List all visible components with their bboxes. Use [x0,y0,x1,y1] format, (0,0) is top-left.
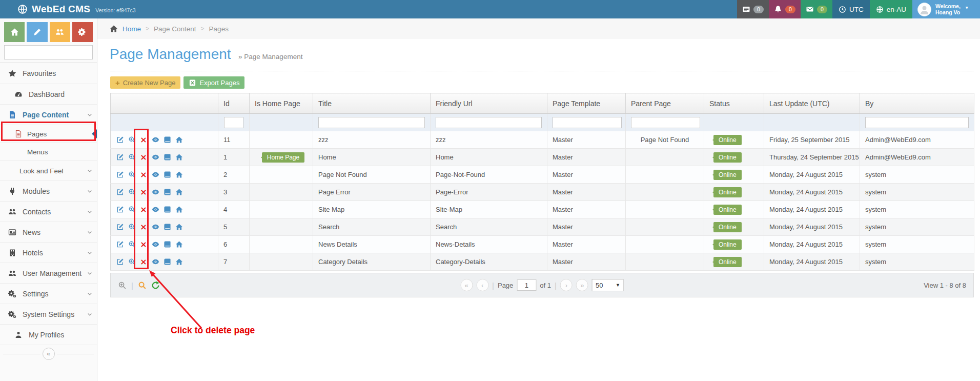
next-page-button[interactable]: › [560,279,573,291]
sidebar-item-page-content[interactable]: Page Content [0,105,97,125]
page-number-input[interactable] [517,279,536,291]
sidebar-collapse-button[interactable]: « [43,348,55,360]
quick-home-button[interactable] [4,22,25,42]
cell-parent-page[interactable] [626,236,704,253]
sidebar-item-contacts[interactable]: Contacts [0,202,97,222]
locale-button[interactable]: en-AU [870,0,912,18]
col-friendly-url[interactable]: Friendly Url [431,93,547,114]
filter-parent-page-input[interactable] [631,117,700,128]
sidebar-search-input[interactable] [5,46,101,59]
delete-icon[interactable]: × [139,136,148,144]
cell-parent-page[interactable] [626,149,704,166]
prev-page-button[interactable]: ‹ [476,279,488,291]
table-row[interactable]: × 6 News Details News-Details Master Onl… [111,236,974,253]
cell-page-template[interactable]: Master [547,131,626,149]
table-row[interactable]: × 3 Page Error Page-Error Master Online … [111,184,974,201]
create-new-page-button[interactable]: + Create New Page [110,76,180,89]
table-row[interactable]: × 1 Home Page Home Home Master Online Th… [111,149,974,166]
preview-eye-icon[interactable] [151,171,159,179]
table-row[interactable]: × 5 Search Search Master Online Monday, … [111,218,974,236]
quick-users-button[interactable] [50,22,70,42]
cell-parent-page[interactable]: Page Not Found [626,131,704,149]
filter-id-input[interactable] [224,117,243,128]
sidebar-item-my-profiles[interactable]: My Profiles [0,325,97,345]
cell-page-template[interactable]: Master [547,149,626,166]
filter-by-input[interactable] [865,117,969,128]
edit-icon[interactable] [116,153,124,162]
sidebar-item-news[interactable]: News [0,222,97,243]
book-icon[interactable] [163,188,171,196]
cell-page-template[interactable]: Master [547,236,626,253]
home-icon[interactable] [175,171,183,179]
col-title[interactable]: Title [313,93,431,114]
col-by[interactable]: By [860,93,974,114]
user-menu[interactable]: Welcome,Hoang Vo ▾ [912,0,980,18]
quick-edit-button[interactable] [27,22,47,42]
cell-parent-page[interactable] [626,184,704,201]
book-icon[interactable] [163,153,171,162]
zoom-in-icon[interactable] [128,223,136,231]
table-row[interactable]: × 2 Page Not Found Page-Not-Found Master… [111,166,974,184]
preview-eye-icon[interactable] [151,223,159,231]
delete-icon[interactable]: × [139,188,148,196]
col-last-update[interactable]: Last Update (UTC) [764,93,860,114]
breadcrumb-pages[interactable]: Pages [209,25,229,33]
preview-eye-icon[interactable] [151,136,159,144]
book-icon[interactable] [163,171,171,179]
home-icon[interactable] [175,206,183,214]
cell-parent-page[interactable] [626,253,704,271]
book-icon[interactable] [163,240,171,249]
first-page-button[interactable]: « [460,279,473,291]
book-icon[interactable] [163,136,171,144]
home-icon[interactable] [175,188,183,196]
edit-icon[interactable] [116,240,124,249]
sidebar-item-dashboard[interactable]: DashBoard [0,84,97,105]
table-row[interactable]: × 11 zzz zzz Master Page Not Found Onlin… [111,131,974,149]
book-icon[interactable] [163,223,171,231]
col-status[interactable]: Status [704,93,764,114]
home-icon[interactable] [175,136,183,144]
delete-icon[interactable]: × [139,240,148,249]
home-icon[interactable] [175,240,183,249]
cell-page-template[interactable]: Master [547,201,626,218]
edit-icon[interactable] [116,171,124,179]
col-page-template[interactable]: Page Template [547,93,626,114]
quick-settings-button[interactable] [72,22,93,42]
filter-page-template-input[interactable] [553,117,622,128]
cell-page-template[interactable]: Master [547,253,626,271]
cell-parent-page[interactable] [626,166,704,184]
edit-icon[interactable] [116,188,124,196]
search-grid-icon[interactable] [138,281,147,290]
sidebar-item-user-management[interactable]: User Management [0,263,97,284]
preview-eye-icon[interactable] [151,258,159,266]
preview-eye-icon[interactable] [151,153,159,162]
sidebar-item-look-and-feel[interactable]: Look and Feel [0,161,97,181]
refresh-icon[interactable] [151,281,160,290]
col-is-home-page[interactable]: Is Home Page [250,93,313,114]
edit-icon[interactable] [116,258,124,266]
delete-icon[interactable]: × [139,153,148,162]
filter-friendly-url-input[interactable] [436,117,542,128]
zoom-in-icon[interactable] [118,281,127,290]
breadcrumb-home[interactable]: Home [122,25,141,33]
preview-eye-icon[interactable] [151,206,159,214]
edit-icon[interactable] [116,223,124,231]
notifications-stat-button[interactable]: 0 [769,0,801,18]
edit-icon[interactable] [116,136,124,144]
inbox-stat-button[interactable]: 0 [737,0,769,18]
zoom-in-icon[interactable] [128,240,136,249]
edit-icon[interactable] [116,206,124,214]
home-icon[interactable] [175,153,183,162]
home-icon[interactable] [175,223,183,231]
cell-parent-page[interactable] [626,218,704,236]
sidebar-item-system-settings[interactable]: System Settings [0,304,97,325]
zoom-in-icon[interactable] [128,258,136,266]
sidebar-item-favourites[interactable]: Favourites [0,63,97,84]
breadcrumb-page-content[interactable]: Page Content [154,25,196,33]
zoom-in-icon[interactable] [128,171,136,179]
book-icon[interactable] [163,206,171,214]
last-page-button[interactable]: » [576,279,588,291]
timezone-button[interactable]: UTC [832,0,870,18]
sidebar-item-hotels[interactable]: Hotels [0,243,97,263]
table-row[interactable]: × 7 Category Details Category-Details Ma… [111,253,974,271]
